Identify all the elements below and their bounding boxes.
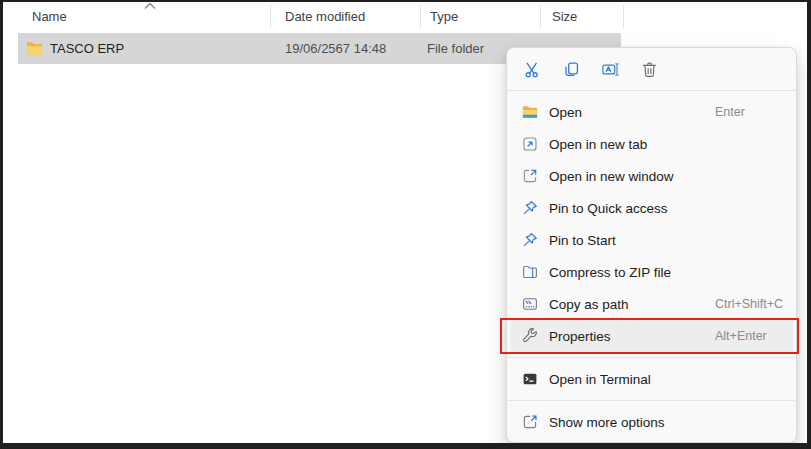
zip-folder-icon (519, 262, 541, 282)
terminal-icon (519, 369, 541, 389)
copy-path-icon (519, 294, 541, 314)
menu-item-pin-to-quick-access[interactable]: Pin to Quick access (507, 192, 796, 224)
column-divider[interactable] (540, 5, 541, 28)
menu-item-shortcut: Enter (715, 105, 745, 119)
column-header-date-modified[interactable]: Date modified (285, 9, 365, 24)
sort-ascending-icon[interactable] (143, 1, 157, 11)
menu-item-label: Copy as path (549, 297, 629, 312)
menu-item-pin-to-start[interactable]: Pin to Start (507, 224, 796, 256)
menu-item-shortcut: Alt+Enter (715, 329, 767, 343)
menu-item-properties[interactable]: Properties Alt+Enter (510, 320, 793, 352)
column-divider[interactable] (623, 5, 624, 28)
show-more-icon (519, 412, 541, 432)
folder-icon (519, 102, 541, 122)
menu-item-open-in-terminal[interactable]: Open in Terminal (507, 363, 796, 395)
menu-item-label: Compress to ZIP file (549, 265, 671, 280)
scissors-icon (523, 60, 542, 79)
delete-button[interactable] (632, 53, 666, 85)
menu-item-label: Show more options (549, 415, 665, 430)
pin-icon (519, 198, 541, 218)
open-new-tab-icon (519, 134, 541, 154)
column-header-size[interactable]: Size (552, 9, 577, 24)
file-explorer-window: Name Date modified Type Size TASCO ERP 1… (0, 0, 811, 449)
menu-item-label: Pin to Quick access (549, 201, 668, 216)
wrench-icon (519, 326, 541, 346)
cut-button[interactable] (515, 53, 549, 85)
menu-item-label: Open (549, 105, 582, 120)
menu-item-label: Open in Terminal (549, 372, 651, 387)
file-type: File folder (427, 41, 484, 56)
menu-item-show-more-options[interactable]: Show more options (507, 406, 796, 438)
menu-item-label: Properties (549, 329, 611, 344)
menu-item-label: Open in new window (549, 169, 674, 184)
copy-button[interactable] (554, 53, 588, 85)
column-header-name[interactable]: Name (32, 9, 67, 24)
column-header-type[interactable]: Type (430, 9, 458, 24)
folder-icon (25, 39, 44, 58)
menu-item-open-in-new-tab[interactable]: Open in new tab (507, 128, 796, 160)
open-new-window-icon (519, 166, 541, 186)
trash-icon (640, 60, 659, 79)
pin-icon (519, 230, 541, 250)
menu-item-label: Pin to Start (549, 233, 616, 248)
rename-button[interactable] (593, 53, 627, 85)
context-menu: Open Enter Open in new tab (506, 47, 797, 443)
rename-icon (600, 60, 620, 79)
menu-item-compress-to-zip[interactable]: Compress to ZIP file (507, 256, 796, 288)
file-date-modified: 19/06/2567 14:48 (285, 41, 386, 56)
menu-item-open[interactable]: Open Enter (507, 96, 796, 128)
menu-item-label: Open in new tab (549, 137, 647, 152)
context-menu-toolbar (507, 48, 796, 90)
copy-icon (562, 60, 581, 79)
menu-divider (508, 357, 795, 358)
column-divider[interactable] (420, 5, 421, 28)
menu-divider (508, 400, 795, 401)
menu-item-copy-as-path[interactable]: Copy as path Ctrl+Shift+C (507, 288, 796, 320)
menu-item-shortcut: Ctrl+Shift+C (715, 297, 783, 311)
menu-item-open-in-new-window[interactable]: Open in new window (507, 160, 796, 192)
column-divider[interactable] (270, 5, 271, 28)
file-name: TASCO ERP (50, 41, 124, 56)
